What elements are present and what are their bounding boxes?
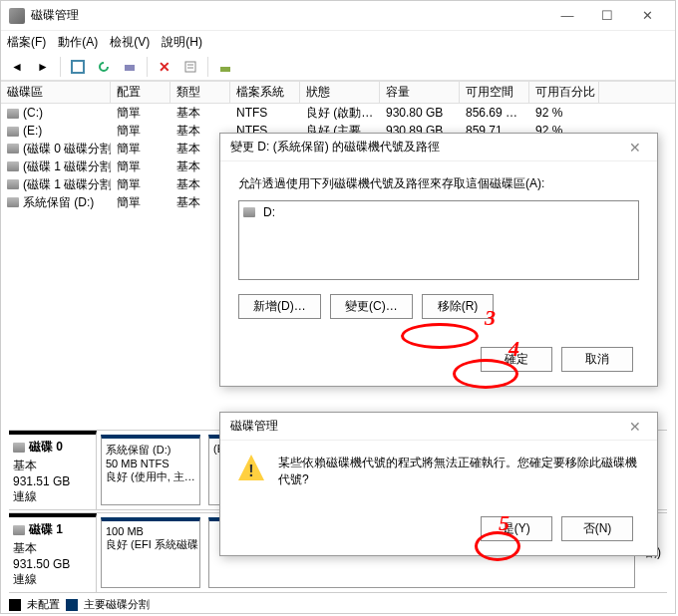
svg-rect-2 — [185, 62, 195, 72]
menu-action[interactable]: 動作(A) — [58, 34, 98, 51]
legend-primary-swatch — [66, 599, 78, 611]
ok-button[interactable]: 確定 — [481, 347, 552, 372]
disk-icon — [13, 525, 25, 535]
menu-view[interactable]: 檢視(V) — [110, 34, 150, 51]
volume-icon — [7, 197, 19, 207]
dialog2-close-button[interactable]: ✕ — [623, 419, 647, 435]
dialog1-titlebar: 變更 D: (系統保留) 的磁碟機代號及路徑 ✕ — [220, 134, 657, 161]
disk-0-type: 基本 — [13, 458, 92, 474]
volume-icon — [7, 109, 19, 119]
disk-0-part-1[interactable]: 系統保留 (D:) 50 MB NTFS 良好 (使用中, 主… — [101, 435, 200, 505]
app-icon — [9, 8, 25, 24]
titlebar: 磁碟管理 — ☐ ✕ — [1, 1, 675, 31]
col-freepct[interactable]: 可用百分比 — [529, 82, 599, 103]
col-type[interactable]: 類型 — [170, 82, 230, 103]
toolbar-btn-1[interactable] — [66, 56, 90, 78]
drive-icon — [243, 207, 255, 217]
remove-button[interactable]: 移除(R) — [422, 294, 494, 319]
dialog1-close-button[interactable]: ✕ — [623, 140, 647, 155]
dialog2-title: 磁碟管理 — [230, 418, 623, 435]
nav-fwd-button[interactable]: ► — [31, 56, 55, 78]
delete-button[interactable]: ✕ — [153, 56, 176, 78]
change-drive-letter-dialog: 變更 D: (系統保留) 的磁碟機代號及路徑 ✕ 允許透過使用下列磁碟機代號及路… — [219, 133, 658, 387]
svg-rect-1 — [125, 65, 135, 71]
disk-1-part-1[interactable]: 100 MB 良好 (EFI 系統磁碟… — [101, 517, 200, 588]
toolbar-btn-6[interactable] — [213, 56, 237, 78]
disk-1-type: 基本 — [13, 540, 92, 557]
menu-file[interactable]: 檔案(F) — [7, 34, 46, 51]
volume-icon — [7, 144, 19, 154]
volume-icon — [7, 161, 19, 171]
menubar: 檔案(F) 動作(A) 檢視(V) 說明(H) — [1, 31, 675, 53]
toolbar: ◄ ► ✕ — [1, 53, 675, 81]
window-title: 磁碟管理 — [31, 7, 547, 24]
no-button[interactable]: 否(N) — [561, 516, 633, 541]
cancel-button[interactable]: 取消 — [561, 347, 633, 372]
list-item-label: D: — [263, 205, 275, 219]
legend: 未配置 主要磁碟分割 — [9, 597, 150, 612]
disk-1-status: 連線 — [13, 571, 92, 588]
properties-button[interactable] — [178, 56, 202, 78]
yes-button[interactable]: 是(Y) — [481, 516, 552, 541]
disk-1-name: 磁碟 1 — [29, 522, 63, 536]
add-button[interactable]: 新增(D)… — [238, 294, 321, 319]
legend-primary-label: 主要磁碟分割 — [84, 597, 150, 612]
disk-1-size: 931.50 GB — [13, 557, 92, 571]
refresh-button[interactable] — [92, 56, 116, 78]
table-row[interactable]: (C:)簡單基本NTFS良好 (啟動…930.80 GB856.69 …92 % — [1, 104, 675, 122]
toolbar-btn-3[interactable] — [118, 56, 142, 78]
disk-1-info: 磁碟 1 基本 931.50 GB 連線 — [9, 513, 97, 592]
menu-help[interactable]: 說明(H) — [162, 34, 202, 51]
legend-unalloc-label: 未配置 — [27, 597, 60, 612]
svg-rect-0 — [72, 61, 84, 73]
disk-0-name: 磁碟 0 — [29, 440, 63, 454]
disk-0-size: 931.51 GB — [13, 474, 92, 488]
confirm-dialog: 磁碟管理 ✕ ! 某些依賴磁碟機代號的程式將無法正確執行。您確定要移除此磁碟機代… — [219, 412, 658, 556]
close-button[interactable]: ✕ — [627, 2, 667, 30]
disk-0-status: 連線 — [13, 488, 92, 505]
col-fs[interactable]: 檔案系統 — [230, 82, 300, 103]
disk-0-info: 磁碟 0 基本 931.51 GB 連線 — [9, 431, 97, 509]
svg-rect-5 — [220, 67, 230, 72]
dialog1-hint: 允許透過使用下列磁碟機代號及路徑來存取這個磁碟區(A): — [238, 175, 639, 192]
maximize-button[interactable]: ☐ — [587, 2, 627, 30]
legend-unalloc-swatch — [9, 599, 21, 611]
change-button[interactable]: 變更(C)… — [330, 294, 413, 319]
dialog2-message: 某些依賴磁碟機代號的程式將無法正確執行。您確定要移除此磁碟機代號? — [278, 455, 639, 488]
disk-icon — [13, 443, 25, 453]
list-item[interactable]: D: — [243, 205, 634, 219]
nav-back-button[interactable]: ◄ — [5, 56, 29, 78]
drive-letter-listbox[interactable]: D: — [238, 200, 639, 280]
warning-icon: ! — [238, 455, 264, 480]
dialog2-titlebar: 磁碟管理 ✕ — [220, 413, 657, 441]
col-capacity[interactable]: 容量 — [380, 82, 460, 103]
volume-icon — [7, 179, 19, 189]
dialog1-title: 變更 D: (系統保留) 的磁碟機代號及路徑 — [230, 139, 623, 155]
col-free[interactable]: 可用空間 — [460, 82, 529, 103]
table-header: 磁碟區 配置 類型 檔案系統 狀態 容量 可用空間 可用百分比 — [1, 82, 675, 104]
volume-icon — [7, 127, 19, 137]
col-layout[interactable]: 配置 — [111, 82, 170, 103]
col-volume[interactable]: 磁碟區 — [1, 82, 111, 103]
minimize-button[interactable]: — — [547, 2, 587, 30]
col-status[interactable]: 狀態 — [300, 82, 380, 103]
